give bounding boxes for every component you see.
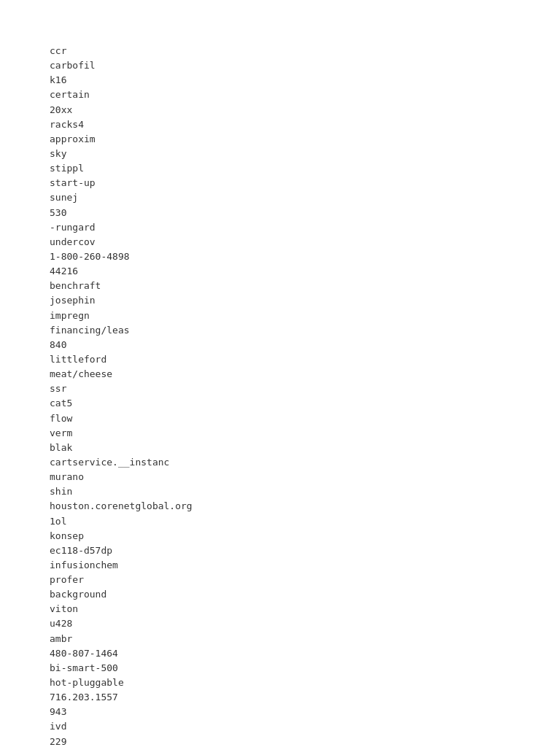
list-item: u428 bbox=[50, 616, 510, 631]
list-item: littleford bbox=[50, 352, 510, 367]
list-item: hot-pluggable bbox=[50, 676, 510, 690]
list-item: ec118-d57dp bbox=[50, 543, 510, 558]
list-item: houston.corenetglobal.org bbox=[50, 499, 510, 514]
list-item: cat5 bbox=[50, 396, 510, 411]
list-item: 1-800-260-4898 bbox=[50, 249, 510, 264]
list-item: infusionchem bbox=[50, 558, 510, 573]
list-item: undercov bbox=[50, 235, 510, 249]
list-item: background bbox=[50, 587, 510, 602]
list-item: blak bbox=[50, 441, 510, 455]
list-item: 943 bbox=[50, 705, 510, 719]
list-item: ambr bbox=[50, 632, 510, 646]
list-item: konsep bbox=[50, 529, 510, 543]
list-item: sunej bbox=[50, 190, 510, 205]
list-item: -rungard bbox=[50, 220, 510, 235]
list-item: ssr bbox=[50, 382, 510, 396]
list-item: benchraft bbox=[50, 279, 510, 293]
list-item: approxim bbox=[50, 132, 510, 147]
list-item: murano bbox=[50, 470, 510, 484]
list-item: josephin bbox=[50, 293, 510, 308]
list-item: 1ol bbox=[50, 514, 510, 529]
list-item: racks4 bbox=[50, 117, 510, 132]
list-item: profer bbox=[50, 573, 510, 587]
list-item: stippl bbox=[50, 161, 510, 176]
list-item: bi-smart-500 bbox=[50, 661, 510, 676]
list-item: meat/cheese bbox=[50, 367, 510, 382]
list-item: 840 bbox=[50, 338, 510, 352]
list-item: 480-807-1464 bbox=[50, 646, 510, 661]
list-item: financing/leas bbox=[50, 323, 510, 338]
list-item: 716.203.1557 bbox=[50, 690, 510, 705]
list-item: shin bbox=[50, 484, 510, 499]
list-item: viton bbox=[50, 602, 510, 616]
list-item: 229 bbox=[50, 735, 510, 747]
list-item: cartservice.__instanc bbox=[50, 455, 510, 470]
list-item: sky bbox=[50, 147, 510, 161]
list-item: carbofil bbox=[50, 58, 510, 73]
list-item: ivd bbox=[50, 719, 510, 734]
list-item: flow bbox=[50, 411, 510, 426]
list-item: certain bbox=[50, 88, 510, 102]
list-item: 44216 bbox=[50, 264, 510, 279]
list-item: 20xx bbox=[50, 103, 510, 117]
list-item: k16 bbox=[50, 73, 510, 88]
list-item: start-up bbox=[50, 176, 510, 190]
list-item: verm bbox=[50, 426, 510, 441]
list-item: ccr bbox=[50, 44, 510, 58]
list-item: 530 bbox=[50, 206, 510, 220]
list-item: impregn bbox=[50, 309, 510, 323]
word-list: ccrcarbofilk16certain20xxracks4approxims… bbox=[50, 44, 510, 747]
